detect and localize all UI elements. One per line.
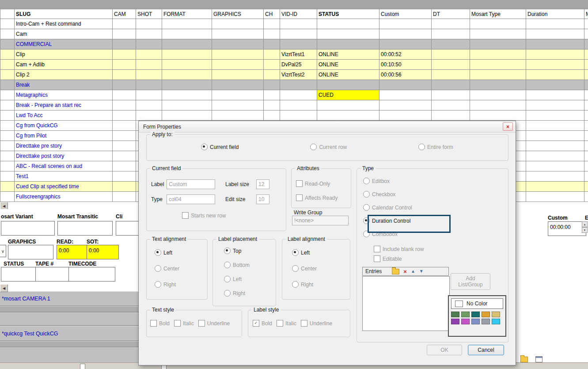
cell-dt[interactable] xyxy=(432,90,470,100)
cell-mosart-vari[interactable] xyxy=(584,182,588,192)
cell-format[interactable] xyxy=(162,19,212,29)
row-selector-cell[interactable] xyxy=(0,121,15,131)
cell-shot[interactable] xyxy=(136,70,162,80)
cell-cam[interactable] xyxy=(113,141,136,151)
cell-cam[interactable] xyxy=(113,70,136,80)
ok-button[interactable]: OK xyxy=(427,345,462,355)
cell-dt[interactable] xyxy=(432,39,470,49)
row-selector-cell[interactable] xyxy=(0,60,15,70)
cell-mosart-type[interactable] xyxy=(470,29,526,39)
page-icon[interactable] xyxy=(80,364,85,369)
radio-left[interactable]: Left xyxy=(292,249,317,256)
timecode-input[interactable] xyxy=(68,267,115,282)
rundown-row-cam[interactable]: Cam xyxy=(0,29,588,39)
cell-mosart-vari[interactable] xyxy=(584,110,588,121)
grid-icon[interactable] xyxy=(535,356,542,362)
radio-left[interactable]: Left xyxy=(155,249,179,256)
cell-cam[interactable] xyxy=(113,121,136,131)
cell-vid-id[interactable]: VizrtTest2 xyxy=(280,70,317,80)
cell-mosart-vari[interactable] xyxy=(584,60,588,70)
cell-graphics[interactable] xyxy=(212,60,264,70)
combo-dropdown-icon[interactable]: ∨ xyxy=(0,245,6,257)
cell-mosart-vari[interactable] xyxy=(584,39,588,49)
cell-mosart-vari[interactable] xyxy=(584,171,588,182)
cell-slug[interactable]: Cg from Pilot xyxy=(15,131,113,141)
cancel-button[interactable]: Cancel xyxy=(468,345,504,355)
move-entry-up-icon[interactable]: ▲ xyxy=(411,269,415,274)
cell-slug[interactable]: Clip 2 xyxy=(15,70,113,80)
cell-mosart-vari[interactable] xyxy=(584,29,588,39)
cell-duration[interactable] xyxy=(526,131,584,141)
cell-slug[interactable]: COMMERCIAL xyxy=(15,39,113,49)
cell-status[interactable] xyxy=(317,80,379,90)
mosart-variant-input[interactable] xyxy=(1,221,55,236)
cell-dt[interactable] xyxy=(432,60,470,70)
cell-cam[interactable] xyxy=(113,49,136,60)
cell-mosart-type[interactable] xyxy=(470,90,526,100)
cell-mosart-vari[interactable] xyxy=(584,192,588,202)
cell-graphics[interactable] xyxy=(212,90,264,100)
cell-graphics[interactable] xyxy=(212,39,264,49)
cell-custom[interactable] xyxy=(379,19,432,29)
cell-custom[interactable] xyxy=(379,110,432,121)
cell-duration[interactable] xyxy=(526,29,584,39)
row-selector-cell[interactable] xyxy=(0,80,15,90)
color-swatch[interactable] xyxy=(492,319,500,324)
cell-shot[interactable] xyxy=(136,80,162,90)
row-selector-cell[interactable] xyxy=(0,110,15,121)
cell-slug[interactable]: Cg from QuickCG xyxy=(15,121,113,131)
cell-mosart-vari[interactable] xyxy=(584,141,588,151)
rundown-row-intro-cam-rest-command[interactable]: Intro-Cam + Rest command xyxy=(0,19,588,29)
cell-cam[interactable] xyxy=(113,90,136,100)
cell-duration[interactable] xyxy=(526,121,584,131)
graphics-input[interactable] xyxy=(8,245,53,259)
cell-dt[interactable] xyxy=(432,100,470,110)
cell-vid-id[interactable]: DvPal25 xyxy=(280,60,317,70)
story-bar-quickcg-test-quickcg[interactable]: *quickcg Test QuickCG xyxy=(0,326,139,341)
cell-mosart-vari[interactable] xyxy=(584,19,588,29)
cell-duration[interactable] xyxy=(526,151,584,161)
cell-vid-id[interactable] xyxy=(280,90,317,100)
radio-checkbox[interactable]: Checkbox xyxy=(363,191,412,198)
spin-up-icon[interactable]: ▲ xyxy=(582,221,588,227)
cell-duration[interactable] xyxy=(526,182,584,192)
cell-ch[interactable] xyxy=(264,80,280,90)
move-entry-down-icon[interactable]: ▼ xyxy=(419,269,424,274)
edit-size-input[interactable]: 10 xyxy=(256,194,269,204)
cell-format[interactable] xyxy=(162,29,212,39)
cell-mosart-type[interactable] xyxy=(470,60,526,70)
checkbox-read-only[interactable]: Read-Only xyxy=(296,180,338,187)
cell-duration[interactable] xyxy=(526,70,584,80)
row-selector-cell[interactable] xyxy=(0,90,15,100)
color-swatch[interactable] xyxy=(451,312,459,317)
rundown-row-clip-2[interactable]: Clip 2VizrtTest2ONLINE00:00:56 xyxy=(0,70,588,80)
color-swatch[interactable] xyxy=(492,312,500,317)
radio-right[interactable]: Right xyxy=(155,281,179,288)
add-list-group-button[interactable]: Add List/Group xyxy=(451,273,490,290)
delete-entry-icon[interactable]: × xyxy=(403,269,407,274)
cell-mosart-type[interactable] xyxy=(470,49,526,60)
row-selector-cell[interactable] xyxy=(0,161,15,171)
folder-icon[interactable] xyxy=(520,357,528,362)
radio-editbox[interactable]: Editbox xyxy=(363,178,412,184)
cell-mosart-type[interactable] xyxy=(470,39,526,49)
cell-vid-id[interactable] xyxy=(280,110,317,121)
rundown-row-commercial[interactable]: COMMERCIAL xyxy=(0,39,588,49)
row-selector-cell[interactable] xyxy=(0,100,15,110)
cell-duration[interactable] xyxy=(526,80,584,90)
cell-status[interactable]: ONLINE xyxy=(317,49,379,60)
checkbox-italic[interactable]: Italic xyxy=(174,320,194,327)
color-swatch[interactable] xyxy=(461,319,470,324)
cell-slug[interactable]: Fullscreengraphics xyxy=(15,192,113,202)
story-bar-empty[interactable] xyxy=(0,341,139,347)
cell-status[interactable] xyxy=(317,110,379,121)
cell-shot[interactable] xyxy=(136,100,162,110)
cell-duration[interactable] xyxy=(526,90,584,100)
cell-graphics[interactable] xyxy=(212,29,264,39)
column-header-status[interactable]: STATUS xyxy=(317,9,379,19)
row-selector-cell[interactable] xyxy=(0,70,15,80)
cell-slug[interactable]: Break - Prepare an start rec xyxy=(15,100,113,110)
color-swatch[interactable] xyxy=(461,312,470,317)
cell-mosart-type[interactable] xyxy=(470,110,526,121)
cell-cam[interactable] xyxy=(113,100,136,110)
